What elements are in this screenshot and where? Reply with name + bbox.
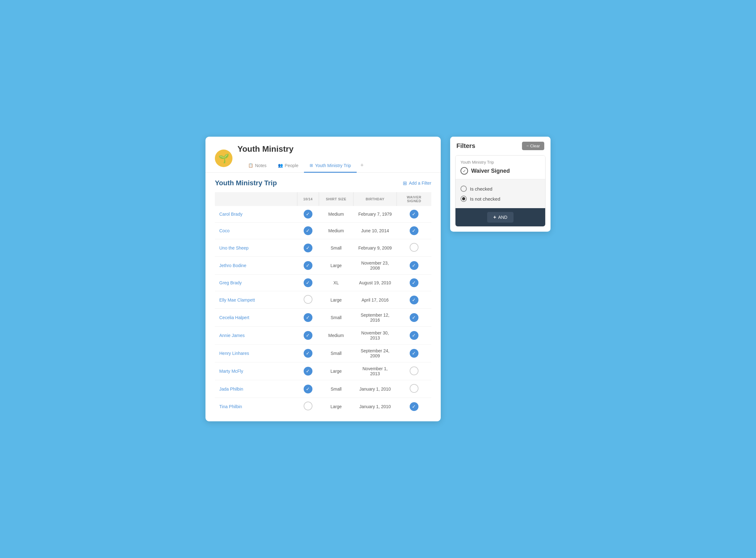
unchecked-icon <box>304 295 313 304</box>
table-row: Henry Linhares✓SmallSeptember 24, 2009✓ <box>215 345 431 362</box>
filter-footer: + AND <box>456 208 545 226</box>
shirt-size: Medium <box>319 223 353 239</box>
clear-button[interactable]: − Clear <box>522 142 544 150</box>
attendance-check[interactable]: ✓ <box>297 327 319 345</box>
table-row: Marty McFly✓LargeNovember 1, 2013 <box>215 362 431 380</box>
waiver-signed[interactable]: ✓ <box>397 345 431 362</box>
waiver-signed[interactable] <box>397 239 431 257</box>
header-content: Youth Ministry 📋Notes👥People⊞Youth Minis… <box>238 144 431 172</box>
waiver-signed[interactable] <box>397 362 431 380</box>
waiver-signed[interactable]: ✓ <box>397 398 431 415</box>
waiver-unchecked-icon <box>410 384 418 393</box>
birthday: November 23, 2008 <box>353 257 397 275</box>
waiver-checked-icon: ✓ <box>410 261 418 270</box>
table-row: Cecelia Halpert✓SmallSeptember 12, 2016✓ <box>215 309 431 327</box>
waiver-checked-icon: ✓ <box>410 402 418 411</box>
person-name[interactable]: Cecelia Halpert <box>215 309 297 327</box>
tab-add[interactable]: + <box>357 159 368 173</box>
attendance-check[interactable]: ✓ <box>297 206 319 223</box>
table-head: 10/14 SHIRT SIZE BIRTHDAY WAIVER SIGNED <box>215 192 431 206</box>
and-plus-icon: + <box>493 214 496 220</box>
col-header-shirt: SHIRT SIZE <box>319 192 353 206</box>
waiver-signed[interactable]: ✓ <box>397 327 431 345</box>
checked-icon: ✓ <box>304 385 313 394</box>
add-filter-button[interactable]: ⊞ Add a Filter <box>403 180 431 186</box>
tab-notes[interactable]: 📋Notes <box>243 159 272 173</box>
attendance-check[interactable]: ✓ <box>297 345 319 362</box>
attendance-check[interactable]: ✓ <box>297 239 319 257</box>
birthday: April 17, 2016 <box>353 291 397 309</box>
waiver-checked-icon: ✓ <box>410 296 418 304</box>
filter-field-icon: ✓ <box>461 167 468 175</box>
shirt-size: Large <box>319 398 353 415</box>
attendance-check[interactable]: ✓ <box>297 362 319 380</box>
org-title: Youth Ministry <box>238 144 431 154</box>
col-header-name <box>215 192 297 206</box>
table-section: Youth Ministry Trip ⊞ Add a Filter 10/14… <box>205 173 441 421</box>
person-name[interactable]: Coco <box>215 223 297 239</box>
table-row: Tina PhilbinLargeJanuary 1, 2010✓ <box>215 398 431 415</box>
person-name[interactable]: Greg Brady <box>215 275 297 291</box>
person-name[interactable]: Jada Philbin <box>215 380 297 398</box>
and-button[interactable]: + AND <box>487 212 514 223</box>
waiver-signed[interactable]: ✓ <box>397 206 431 223</box>
shirt-size: Medium <box>319 327 353 345</box>
add-filter-icon: ⊞ <box>403 180 407 186</box>
waiver-checked-icon: ✓ <box>410 331 418 340</box>
tab-people[interactable]: 👥People <box>272 159 304 173</box>
table-row: Jethro Bodine✓LargeNovember 23, 2008✓ <box>215 257 431 275</box>
person-name[interactable]: Henry Linhares <box>215 345 297 362</box>
shirt-size: Small <box>319 239 353 257</box>
birthday: September 24, 2009 <box>353 345 397 362</box>
waiver-signed[interactable]: ✓ <box>397 257 431 275</box>
person-name[interactable]: Carol Brady <box>215 206 297 223</box>
attendance-check[interactable]: ✓ <box>297 309 319 327</box>
radio-dot-is_not_checked <box>462 197 465 200</box>
table-row: Annie James✓MediumNovember 30, 2013✓ <box>215 327 431 345</box>
clear-icon: − <box>527 144 529 148</box>
clear-label: Clear <box>530 144 540 148</box>
filter-option-is_not_checked[interactable]: Is not checked <box>461 194 540 204</box>
tab-label-notes: Notes <box>255 163 267 168</box>
filter-field-name: Waiver Signed <box>471 168 510 174</box>
attendance-check[interactable] <box>297 398 319 415</box>
page-wrapper: 🌱 Youth Ministry 📋Notes👥People⊞Youth Min… <box>205 137 551 421</box>
person-name[interactable]: Marty McFly <box>215 362 297 380</box>
waiver-unchecked-icon <box>410 366 418 375</box>
waiver-signed[interactable] <box>397 380 431 398</box>
attendance-check[interactable]: ✓ <box>297 257 319 275</box>
person-name[interactable]: Tina Philbin <box>215 398 297 415</box>
waiver-signed[interactable]: ✓ <box>397 309 431 327</box>
avatar-icon: 🌱 <box>218 153 229 163</box>
waiver-signed[interactable]: ✓ <box>397 291 431 309</box>
birthday: January 1, 2010 <box>353 380 397 398</box>
checked-icon: ✓ <box>304 367 313 376</box>
waiver-checked-icon: ✓ <box>410 349 418 358</box>
waiver-signed[interactable]: ✓ <box>397 275 431 291</box>
person-name[interactable]: Annie James <box>215 327 297 345</box>
waiver-signed[interactable]: ✓ <box>397 223 431 239</box>
attendance-check[interactable]: ✓ <box>297 380 319 398</box>
person-name[interactable]: Uno the Sheep <box>215 239 297 257</box>
table-row: Jada Philbin✓SmallJanuary 1, 2010 <box>215 380 431 398</box>
tab-icon-trip: ⊞ <box>310 163 313 168</box>
birthday: August 19, 2010 <box>353 275 397 291</box>
shirt-size: Small <box>319 345 353 362</box>
shirt-size: Large <box>319 257 353 275</box>
attendance-check[interactable]: ✓ <box>297 223 319 239</box>
shirt-size: Medium <box>319 206 353 223</box>
tab-label-trip: Youth Ministry Trip <box>315 163 351 168</box>
waiver-checked-icon: ✓ <box>410 226 418 235</box>
person-name[interactable]: Jethro Bodine <box>215 257 297 275</box>
add-filter-label: Add a Filter <box>409 181 431 185</box>
filter-option-is_checked[interactable]: Is checked <box>461 184 540 194</box>
tab-trip[interactable]: ⊞Youth Ministry Trip <box>304 159 357 173</box>
attendance-check[interactable]: ✓ <box>297 275 319 291</box>
filter-context: Youth Ministry Trip <box>456 155 545 164</box>
person-name[interactable]: Elly Mae Clampett <box>215 291 297 309</box>
attendance-check[interactable] <box>297 291 319 309</box>
tab-icon-notes: 📋 <box>248 163 253 168</box>
col-header-check: 10/14 <box>297 192 319 206</box>
filter-body: Youth Ministry Trip ✓ Waiver Signed Is c… <box>455 155 545 227</box>
tabs: 📋Notes👥People⊞Youth Ministry Trip+ <box>243 159 431 172</box>
